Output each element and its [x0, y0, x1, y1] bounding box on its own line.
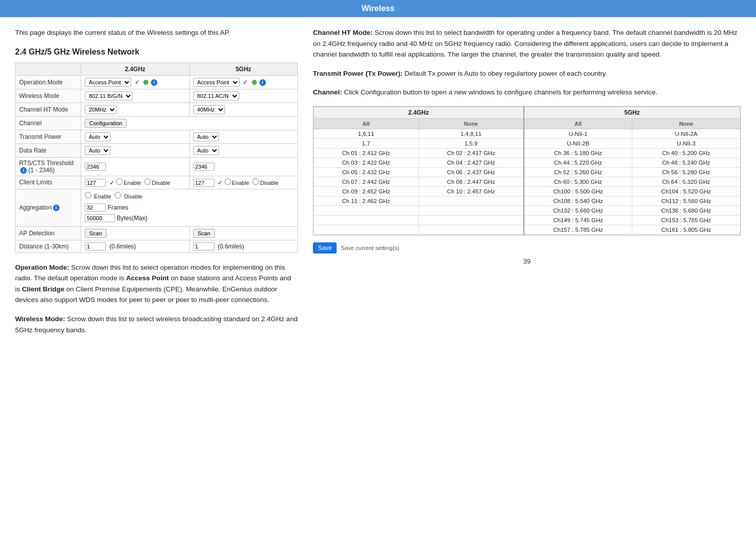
left-column: This page displays the current status of…	[15, 27, 298, 554]
ch-cell-24b[interactable]: Ch 06 : 2.437 GHz	[418, 167, 524, 177]
ch-cell-24b[interactable]: Ch 02 : 2.417 GHz	[418, 148, 524, 158]
transmit-power-5-select[interactable]: Auto	[193, 132, 219, 141]
ch-cell-24a[interactable]	[314, 206, 419, 215]
ch-cell-24b[interactable]: 1,5,9	[418, 138, 524, 148]
operation-mode-24-select[interactable]: Access Point	[85, 78, 131, 87]
channel-table-row[interactable]: Ch 05 : 2.432 GHzCh 06 : 2.437 GHzCh 52 …	[314, 167, 740, 177]
ch-cell-5a[interactable]: Ch100 : 5.500 GHz	[524, 186, 632, 196]
channel-table-row[interactable]: Ch 11 : 2.462 GHzCh108 : 5.540 GHzCh112 …	[314, 196, 740, 206]
distance-input-5[interactable]	[193, 242, 214, 250]
ch-cell-5b[interactable]: U-NII-3	[632, 138, 740, 148]
table-row: Client Limits ✓ Enable Disable ✓ Enable …	[16, 176, 298, 189]
ch-all-24[interactable]: All	[314, 118, 419, 129]
ch-cell-5b[interactable]: Ch 56 : 5.280 GHz	[632, 167, 740, 177]
agg-bytes-input[interactable]	[85, 214, 115, 222]
table-row: Transmit Power Auto Auto	[16, 130, 298, 143]
ch-cell-5b[interactable]: Ch 40 : 5.200 GHz	[632, 148, 740, 158]
ch-cell-5a[interactable]: Ch 44 : 5.220 GHz	[524, 158, 632, 167]
channel-ht-24-select[interactable]: 20MHz	[85, 105, 117, 114]
ch-cell-24a[interactable]: Ch 07 : 2.442 GHz	[314, 177, 419, 186]
rts-24	[81, 157, 190, 176]
ch-cell-5b[interactable]: Ch153 : 5.765 GHz	[632, 215, 740, 225]
ch-cell-5a[interactable]: Ch108 : 5.540 GHz	[524, 196, 632, 206]
channel-table-row[interactable]: Ch157 : 5.785 GHzCh161 : 5.805 GHz	[314, 225, 740, 234]
config-button[interactable]: Configuration	[85, 119, 127, 128]
channel-table-row[interactable]: Ch 03 : 2.422 GHzCh 04 : 2.427 GHzCh 44 …	[314, 158, 740, 167]
ch-cell-24a[interactable]: Ch 09 : 2.452 GHz	[314, 186, 419, 196]
ch-cell-24b[interactable]: Ch 08 : 2.447 GHz	[418, 177, 524, 186]
ch-cell-5b[interactable]: Ch112 : 5.560 GHz	[632, 196, 740, 206]
ch-cell-24a[interactable]: 1,6,11	[314, 129, 419, 138]
ch-cell-5b[interactable]: U-NII-2A	[632, 129, 740, 138]
wireless-mode-term: Wireless Mode:	[15, 315, 65, 323]
wireless-mode-5-select[interactable]: 802.11 AC/N	[193, 91, 239, 100]
ch-cell-24b[interactable]	[418, 206, 524, 215]
ch-cell-24a[interactable]: Ch 01 : 2.412 GHz	[314, 148, 419, 158]
ch-cell-24b[interactable]: Ch 10 : 2.457 GHz	[418, 186, 524, 196]
distance-input-24[interactable]	[85, 242, 106, 250]
ch-none-24[interactable]: None	[418, 118, 524, 129]
channel-ht-mode-term: Channel HT Mode:	[313, 29, 373, 36]
transmit-power-24-select[interactable]: Auto	[85, 132, 111, 141]
ch-cell-24b[interactable]	[418, 196, 524, 206]
agg-enable-radio[interactable]	[85, 192, 91, 198]
ch-cell-5b[interactable]: Ch161 : 5.805 GHz	[632, 225, 740, 234]
channel-table-row[interactable]: 1,6,111,4,8,11U-NII-1U-NII-2A	[314, 129, 740, 138]
channel-table-row[interactable]: Ch 07 : 2.442 GHzCh 08 : 2.447 GHzCh 60 …	[314, 177, 740, 186]
rts-input-5[interactable]	[193, 163, 214, 171]
row-label-operation-mode: Operation Mode	[16, 75, 81, 89]
ch-cell-24a[interactable]: Ch 03 : 2.422 GHz	[314, 158, 419, 167]
scan-button-5[interactable]: Scan	[193, 229, 215, 238]
ch-cell-5b[interactable]: Ch 64 : 5.320 GHz	[632, 177, 740, 186]
ch-cell-5b[interactable]: Ch104 : 5.520 GHz	[632, 186, 740, 196]
channel-table-row[interactable]: Ch132 : 5.660 GHzCh136 : 5.680 GHz	[314, 206, 740, 215]
agg-frames-input[interactable]	[85, 204, 106, 212]
save-button[interactable]: Save	[313, 242, 337, 254]
channel-table-row[interactable]: Ch 01 : 2.412 GHzCh 02 : 2.417 GHzCh 36 …	[314, 148, 740, 158]
ch-none-5[interactable]: None	[632, 118, 740, 129]
operation-mode-5-select[interactable]: Access Point	[193, 78, 240, 87]
ch-cell-24b[interactable]: 1,4,8,11	[418, 129, 524, 138]
ch-cell-24a[interactable]: Ch 05 : 2.432 GHz	[314, 167, 419, 177]
ch-all-5[interactable]: All	[524, 118, 632, 129]
ch-cell-24a[interactable]	[314, 225, 419, 234]
ch-cell-5a[interactable]: Ch 36 : 5.180 GHz	[524, 148, 632, 158]
data-rate-5-select[interactable]: Auto	[193, 146, 219, 155]
enable-radio-24[interactable]	[116, 178, 123, 185]
channel-table-row[interactable]: Ch149 : 5.745 GHzCh153 : 5.765 GHz	[314, 215, 740, 225]
ch-cell-5a[interactable]: Ch157 : 5.785 GHz	[524, 225, 632, 234]
ch-cell-24b[interactable]: Ch 04 : 2.427 GHz	[418, 158, 524, 167]
client-limits-input-24[interactable]	[85, 179, 106, 187]
scan-button-24[interactable]: Scan	[85, 229, 106, 238]
ch-cell-5b[interactable]: Ch136 : 5.680 GHz	[632, 206, 740, 215]
rts-input-24[interactable]	[85, 163, 106, 171]
channel-ht-5-select[interactable]: 40MHz	[193, 105, 225, 114]
wireless-mode-24-select[interactable]: 802.11 B/G/N	[85, 91, 133, 100]
ch-cell-5a[interactable]: Ch 60 : 5.300 GHz	[524, 177, 632, 186]
ch-cell-24b[interactable]	[418, 215, 524, 225]
ch-cell-5a[interactable]: U-NII-2B	[524, 138, 632, 148]
ch-cell-5a[interactable]: Ch 52 : 5.260 GHz	[524, 167, 632, 177]
ch-cell-24b[interactable]	[418, 225, 524, 234]
channel-term: Channel:	[313, 88, 342, 96]
channel-table-row[interactable]: 1,71,5,9U-NII-2BU-NII-3	[314, 138, 740, 148]
enable-radio-5[interactable]	[225, 178, 231, 185]
client-bridge-bold: Client Bridge	[22, 285, 65, 293]
wireless-mode-24: 802.11 B/G/N	[81, 89, 190, 103]
ch-cell-5a[interactable]: Ch132 : 5.660 GHz	[524, 206, 632, 215]
disable-radio-5[interactable]	[252, 178, 259, 185]
row-label-rts: RTS/CTS Thresholdi (1 - 2346)	[16, 157, 81, 176]
agg-disable-radio[interactable]	[115, 192, 121, 198]
ch-cell-5a[interactable]: U-NII-1	[524, 129, 632, 138]
info-icon-5: i	[259, 79, 266, 86]
ch-cell-5a[interactable]: Ch149 : 5.745 GHz	[524, 215, 632, 225]
disable-radio-24[interactable]	[144, 178, 151, 185]
ch-cell-24a[interactable]: 1,7	[314, 138, 419, 148]
ch-cell-24a[interactable]: Ch 11 : 2.462 GHz	[314, 196, 419, 206]
data-rate-24-select[interactable]: Auto	[85, 146, 111, 155]
channel-table-row[interactable]: Ch 09 : 2.452 GHzCh 10 : 2.457 GHzCh100 …	[314, 186, 740, 196]
ch-cell-5b[interactable]: Ch 48 : 5.240 GHz	[632, 158, 740, 167]
table-row: RTS/CTS Thresholdi (1 - 2346)	[16, 157, 298, 176]
ch-cell-24a[interactable]	[314, 215, 419, 225]
client-limits-input-5[interactable]	[193, 179, 214, 187]
